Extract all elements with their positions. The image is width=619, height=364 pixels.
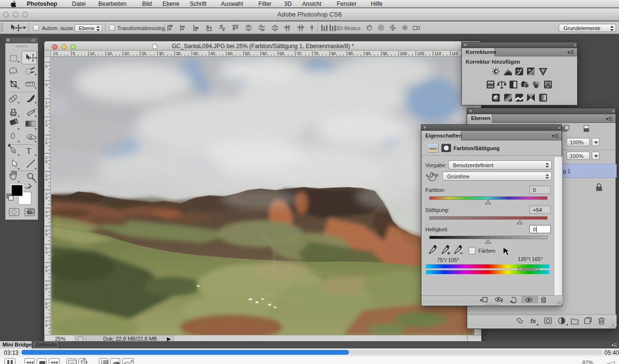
svg-text:55: 55 <box>245 51 250 56</box>
svg-text:0: 0 <box>45 287 48 291</box>
svg-text:65: 65 <box>279 51 284 56</box>
svg-text:5: 5 <box>45 196 48 200</box>
svg-text:20: 20 <box>124 51 129 56</box>
svg-text:0: 0 <box>45 64 48 69</box>
svg-text:5: 5 <box>45 232 48 237</box>
svg-text:70: 70 <box>296 51 301 56</box>
svg-text:85: 85 <box>348 51 353 56</box>
svg-text:15: 15 <box>107 51 112 56</box>
svg-text:5: 5 <box>45 159 48 164</box>
svg-text:90: 90 <box>365 51 370 56</box>
svg-text:105: 105 <box>417 51 424 56</box>
svg-text:40: 40 <box>193 51 198 56</box>
svg-text:80: 80 <box>331 51 336 56</box>
svg-text:45: 45 <box>210 51 215 56</box>
svg-text:75: 75 <box>314 51 319 56</box>
svg-text:50: 50 <box>228 51 233 56</box>
svg-text:0: 0 <box>55 51 58 56</box>
svg-text:0: 0 <box>45 250 48 255</box>
svg-text:5: 5 <box>45 83 48 87</box>
svg-text:5: 5 <box>45 269 48 273</box>
svg-text:0: 0 <box>45 323 48 328</box>
svg-text:95: 95 <box>382 51 387 56</box>
svg-text:0: 0 <box>45 177 48 182</box>
svg-text:30: 30 <box>159 51 164 56</box>
svg-text:100: 100 <box>400 51 407 56</box>
svg-text:5: 5 <box>45 123 48 127</box>
svg-text:T: T <box>26 147 31 156</box>
svg-text:Färben: Färben <box>478 248 495 254</box>
svg-text:25: 25 <box>142 51 146 56</box>
svg-text:5: 5 <box>45 305 48 310</box>
svg-text:60: 60 <box>262 51 267 56</box>
svg-text:10: 10 <box>90 51 94 56</box>
svg-text:35: 35 <box>176 51 181 56</box>
svg-text:fx: fx <box>530 317 536 325</box>
svg-text:0: 0 <box>45 214 48 218</box>
svg-text:0: 0 <box>45 104 48 109</box>
svg-text:115: 115 <box>452 51 458 56</box>
svg-text:0: 0 <box>45 141 48 145</box>
svg-text:110: 110 <box>434 51 441 56</box>
svg-text:5: 5 <box>73 51 75 56</box>
